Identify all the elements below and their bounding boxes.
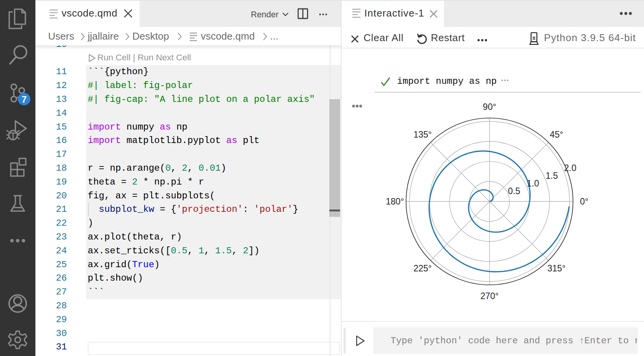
svg-text:2.0: 2.0 bbox=[564, 163, 576, 173]
svg-text:1.5: 1.5 bbox=[546, 171, 558, 181]
svg-text:0.5: 0.5 bbox=[508, 186, 520, 196]
svg-text:90°: 90° bbox=[483, 102, 496, 112]
svg-text:315°: 315° bbox=[547, 263, 566, 273]
svg-text:1.0: 1.0 bbox=[527, 178, 539, 188]
svg-text:135°: 135° bbox=[414, 130, 432, 140]
svg-text:270°: 270° bbox=[480, 291, 499, 301]
svg-text:7: 7 bbox=[22, 95, 27, 105]
svg-text:0°: 0° bbox=[580, 196, 589, 206]
svg-text:45°: 45° bbox=[550, 130, 563, 140]
svg-text:225°: 225° bbox=[414, 263, 432, 273]
svg-text:180°: 180° bbox=[386, 196, 404, 206]
